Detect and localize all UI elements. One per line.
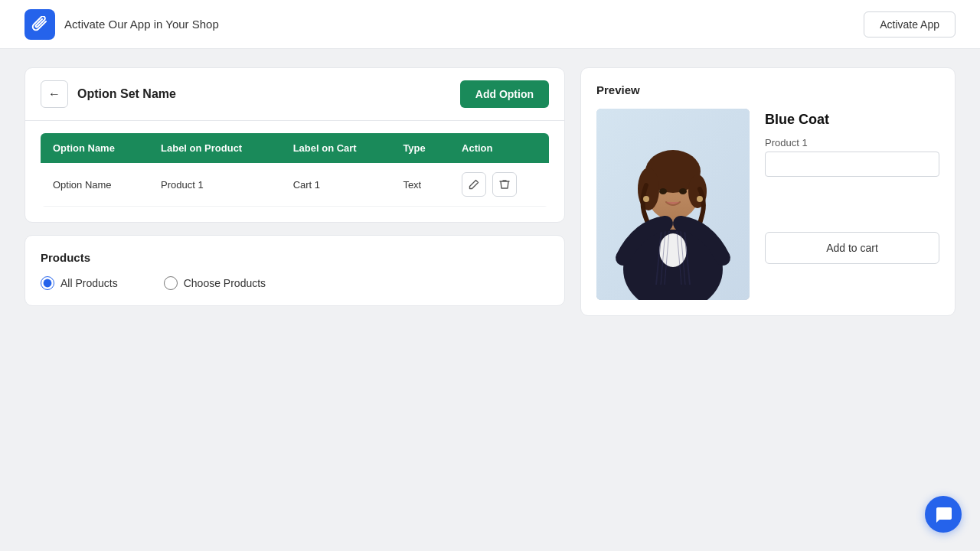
top-bar: Activate Our App in Your Shop Activate A… (0, 0, 980, 49)
add-option-button[interactable]: Add Option (460, 80, 549, 108)
preview-body: Blue Coat Product 1 Add to cart (596, 109, 939, 300)
activate-app-button[interactable]: Activate App (864, 11, 956, 37)
preview-title: Preview (596, 83, 939, 96)
option-set-card: ← Option Set Name Add Option Option Name… (24, 67, 565, 223)
products-title: Products (41, 251, 549, 264)
left-panel: ← Option Set Name Add Option Option Name… (24, 67, 565, 316)
edit-button[interactable] (462, 172, 486, 197)
topbar-title: Activate Our App in Your Shop (64, 18, 219, 31)
svg-point-8 (659, 188, 667, 194)
cell-label-product: Product 1 (149, 163, 281, 207)
product-name: Blue Coat (765, 112, 939, 128)
cell-actions (449, 163, 549, 207)
chat-bubble[interactable] (925, 496, 962, 533)
top-bar-left: Activate Our App in Your Shop (24, 9, 219, 40)
preview-card: Preview (580, 67, 956, 316)
all-products-text: All Products (60, 277, 118, 289)
delete-button[interactable] (492, 172, 517, 197)
choose-products-text: Choose Products (184, 277, 266, 289)
table-header-row: Option Name Label on Product Label on Ca… (41, 133, 549, 163)
main-content: ← Option Set Name Add Option Option Name… (0, 49, 980, 334)
product-info: Blue Coat Product 1 Add to cart (765, 109, 939, 264)
table-container: Option Name Label on Product Label on Ca… (25, 121, 564, 222)
products-radio-group: All Products Choose Products (41, 276, 549, 290)
back-icon: ← (48, 87, 60, 101)
svg-point-9 (679, 188, 687, 194)
product-label: Product 1 (765, 137, 939, 148)
cell-type: Text (390, 163, 449, 207)
options-table: Option Name Label on Product Label on Ca… (41, 133, 549, 207)
col-label-cart: Label on Cart (281, 133, 391, 163)
right-panel: Preview (580, 67, 956, 316)
header-left: ← Option Set Name (41, 80, 176, 108)
all-products-radio[interactable] (41, 276, 54, 290)
app-logo (24, 9, 55, 40)
choose-products-radio[interactable] (164, 276, 178, 290)
product-input[interactable] (765, 152, 939, 177)
add-to-cart-button[interactable]: Add to cart (765, 232, 939, 264)
col-type: Type (390, 133, 449, 163)
col-label-product: Label on Product (149, 133, 281, 163)
col-action: Action (449, 133, 549, 163)
table-row: Option Name Product 1 Cart 1 Text (41, 163, 549, 207)
all-products-label[interactable]: All Products (41, 276, 118, 290)
cell-option-name: Option Name (41, 163, 149, 207)
products-card: Products All Products Choose Products (24, 235, 565, 306)
option-set-header: ← Option Set Name Add Option (25, 68, 564, 121)
product-image (596, 109, 750, 300)
cell-label-cart: Cart 1 (281, 163, 391, 207)
product-image-inner (596, 109, 750, 300)
back-button[interactable]: ← (41, 80, 68, 108)
choose-products-label[interactable]: Choose Products (164, 276, 266, 290)
option-set-title: Option Set Name (77, 87, 176, 101)
col-option-name: Option Name (41, 133, 149, 163)
svg-point-17 (697, 196, 703, 202)
svg-point-16 (643, 196, 649, 202)
